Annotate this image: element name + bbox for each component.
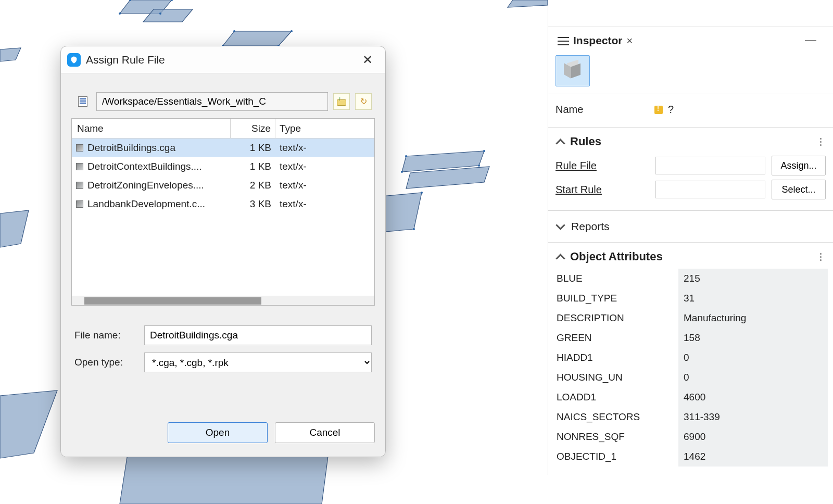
file-name-label: File name: — [74, 330, 139, 341]
svg-point-21 — [483, 150, 485, 152]
file-table-header[interactable]: Name Size Type — [72, 119, 374, 138]
attribute-key: LOADD1 — [553, 392, 678, 403]
attribute-value[interactable]: Manufacturing — [678, 308, 828, 328]
open-type-row: Open type: *.cga, *.cgb, *.rpk — [71, 352, 375, 372]
attribute-key: BLUE — [553, 273, 678, 284]
col-name[interactable]: Name — [72, 119, 231, 138]
svg-point-20 — [405, 155, 407, 157]
col-size[interactable]: Size — [231, 119, 275, 138]
inspector-top-divider — [548, 0, 833, 27]
file-row[interactable]: DetroitContextBuildings....1 KBtext/x- — [72, 157, 374, 176]
horizontal-scrollbar[interactable] — [72, 296, 374, 305]
attribute-value[interactable]: 215 — [678, 269, 828, 288]
file-name: LandbankDevelopment.c... — [87, 198, 205, 210]
file-icon — [75, 199, 84, 209]
attributes-heading: Object Attributes — [570, 250, 663, 263]
svg-marker-10 — [0, 390, 57, 458]
file-name: DetroitContextBuildings.... — [87, 161, 202, 172]
dialog-footer: Open Cancel — [61, 405, 385, 457]
dialog-titlebar[interactable]: Assign Rule File ✕ — [61, 46, 385, 73]
svg-marker-2 — [223, 31, 292, 46]
assign-rule-button[interactable]: Assign... — [772, 156, 826, 175]
attribute-row[interactable]: NONRES_SQF6900 — [553, 427, 828, 447]
file-icon — [75, 143, 84, 153]
parent-folder-button[interactable] — [333, 93, 350, 110]
dialog-title: Assign Rule File — [86, 54, 165, 66]
rule-file-link[interactable]: Rule File — [556, 160, 649, 172]
attribute-value[interactable]: 0 — [678, 348, 828, 368]
col-type[interactable]: Type — [275, 119, 374, 138]
rules-section: Rules Rule File Assign... Start Rule Sel… — [548, 127, 833, 210]
file-size: 1 KB — [231, 142, 275, 154]
attribute-row[interactable]: GREEN158 — [553, 328, 828, 348]
attribute-value[interactable]: 158 — [678, 328, 828, 348]
attribute-row[interactable]: BUILD_TYPE31 — [553, 288, 828, 308]
svg-point-15 — [119, 12, 121, 15]
selected-shape-thumbnail[interactable] — [556, 55, 590, 86]
open-type-select[interactable]: *.cga, *.cgb, *.rpk — [144, 352, 372, 372]
sliders-icon — [558, 36, 569, 45]
cancel-button[interactable]: Cancel — [275, 422, 375, 443]
file-name-input[interactable] — [144, 325, 372, 345]
refresh-button[interactable]: ↻ — [355, 93, 372, 110]
file-row[interactable]: DetroitBuildings.cga1 KBtext/x- — [72, 138, 374, 157]
path-input[interactable] — [96, 92, 328, 111]
inspector-name-row: Name ? — [548, 94, 833, 127]
inspector-panel: Inspector × Name ? Rules Rule File Assig… — [548, 0, 833, 475]
svg-marker-4 — [508, 0, 548, 7]
close-dialog-icon[interactable]: ✕ — [359, 52, 376, 68]
file-row[interactable]: DetroitZoningEnvelopes....2 KBtext/x- — [72, 176, 374, 195]
kebab-menu-icon[interactable] — [820, 253, 826, 261]
attribute-row[interactable]: DESCRIPTIONManufacturing — [553, 308, 828, 328]
attribute-row[interactable]: HOUSING_UN0 — [553, 368, 828, 387]
file-icon — [75, 162, 84, 171]
file-row[interactable]: LandbankDevelopment.c...3 KBtext/x- — [72, 195, 374, 213]
start-rule-input[interactable] — [655, 181, 765, 198]
svg-point-25 — [421, 192, 423, 194]
attribute-row[interactable]: HIADD10 — [553, 348, 828, 368]
close-inspector-icon[interactable]: × — [627, 35, 633, 46]
scrollbar-thumb[interactable] — [84, 297, 261, 305]
start-rule-link[interactable]: Start Rule — [556, 184, 649, 196]
path-row: ↻ — [71, 92, 375, 111]
open-button[interactable]: Open — [168, 422, 268, 443]
reports-section[interactable]: Reports — [548, 210, 833, 242]
minimize-icon[interactable] — [805, 40, 816, 41]
attribute-value[interactable]: 0 — [678, 368, 828, 387]
svg-point-23 — [401, 171, 403, 173]
chevron-up-icon[interactable] — [556, 252, 565, 261]
attribute-row[interactable]: LOADD14600 — [553, 387, 828, 407]
attribute-row[interactable]: BLUE215 — [553, 269, 828, 288]
project-list-icon[interactable] — [74, 94, 91, 109]
attribute-row[interactable]: OBJECTID_11462 — [553, 447, 828, 467]
file-type: text/x- — [275, 180, 374, 191]
svg-marker-5 — [0, 48, 21, 61]
svg-point-22 — [478, 165, 480, 167]
rule-file-input[interactable] — [655, 157, 765, 174]
attribute-value[interactable]: 31 — [678, 288, 828, 308]
warning-icon — [654, 106, 663, 114]
file-name: DetroitZoningEnvelopes.... — [87, 180, 204, 191]
attribute-value[interactable]: 1462 — [678, 447, 828, 467]
reports-heading: Reports — [571, 220, 610, 233]
file-size: 2 KB — [231, 180, 275, 191]
file-name: DetroitBuildings.cga — [87, 142, 175, 154]
svg-point-14 — [159, 12, 161, 15]
attributes-table: BLUE215BUILD_TYPE31DESCRIPTIONManufactur… — [553, 269, 828, 467]
rules-heading: Rules — [570, 135, 601, 148]
chevron-up-icon[interactable] — [556, 137, 565, 146]
select-rule-button[interactable]: Select... — [772, 180, 826, 199]
file-icon — [75, 181, 84, 190]
attribute-key: NONRES_SQF — [553, 431, 678, 443]
name-value: ? — [668, 104, 674, 116]
attribute-value[interactable]: 4600 — [678, 387, 828, 407]
attribute-value[interactable]: 6900 — [678, 427, 828, 447]
assign-rule-file-dialog: Assign Rule File ✕ ↻ Name Size Type Detr… — [60, 46, 386, 457]
name-label: Name — [556, 104, 649, 116]
file-type: text/x- — [275, 142, 374, 154]
file-type: text/x- — [275, 198, 374, 210]
attribute-row[interactable]: NAICS_SECTORS311-339 — [553, 407, 828, 427]
attribute-value[interactable]: 311-339 — [678, 407, 828, 427]
attributes-section: Object Attributes BLUE215BUILD_TYPE31DES… — [548, 242, 833, 475]
kebab-menu-icon[interactable] — [820, 138, 826, 146]
